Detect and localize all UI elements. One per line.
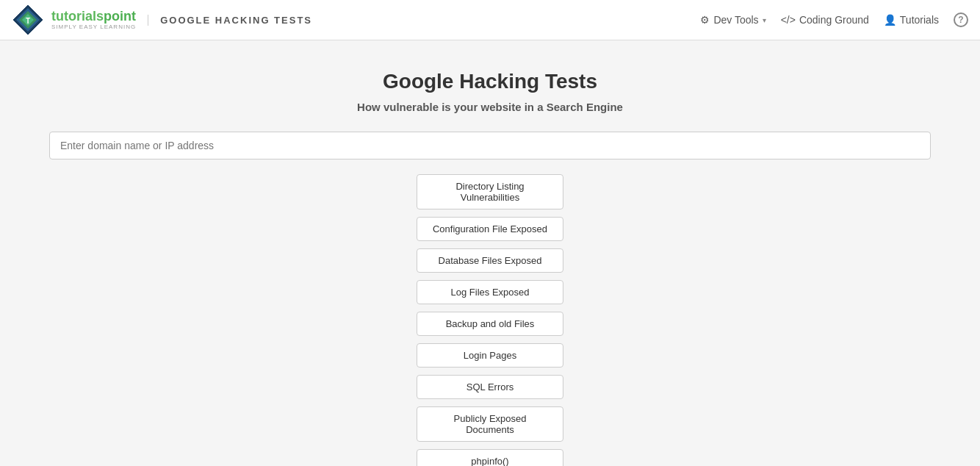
btn-public-docs[interactable]: Publicly Exposed Documents — [417, 406, 563, 442]
dev-tools-label: Dev Tools — [713, 14, 758, 26]
navbar-right: ⚙ Dev Tools ▾ </> Coding Ground 👤 Tutori… — [700, 12, 968, 27]
btn-login-pages[interactable]: Login Pages — [417, 343, 563, 368]
page-subheading: How vulnerable is your website in a Sear… — [357, 101, 623, 113]
btn-dir-listing[interactable]: Directory Listing Vulnerabilities — [417, 174, 563, 209]
btn-log-files[interactable]: Log Files Exposed — [417, 280, 563, 304]
tutorials-label: Tutorials — [900, 14, 939, 26]
brand-tagline: SIMPLY EASY LEARNING — [51, 24, 136, 31]
brand-name: tutorialspoint — [51, 10, 136, 24]
btn-phpinfo[interactable]: phpinfo() — [417, 449, 563, 466]
main-content: Google Hacking Tests How vulnerable is y… — [0, 40, 980, 466]
btn-db-files[interactable]: Database Files Exposed — [417, 248, 563, 273]
svg-text:T: T — [26, 17, 30, 25]
brand-logo[interactable]: T tutorialspoint SIMPLY EASY LEARNING — [12, 4, 136, 36]
gear-icon: ⚙ — [700, 14, 710, 26]
nav-tutorials[interactable]: 👤 Tutorials — [884, 14, 939, 26]
btn-backup-files[interactable]: Backup and old Files — [417, 312, 563, 336]
person-icon: 👤 — [884, 14, 896, 26]
page-title-nav: GOOGLE HACKING TESTS — [148, 15, 312, 26]
help-icon[interactable]: ? — [954, 12, 968, 27]
code-icon: </> — [781, 14, 796, 26]
buttons-list: Directory Listing Vulnerabilities Config… — [15, 174, 965, 466]
nav-dev-tools[interactable]: ⚙ Dev Tools ▾ — [700, 14, 765, 26]
logo-icon: T — [12, 4, 44, 36]
coding-ground-label: Coding Ground — [799, 14, 869, 26]
nav-coding-ground[interactable]: </> Coding Ground — [781, 14, 869, 26]
page-heading: Google Hacking Tests — [383, 70, 597, 93]
chevron-down-icon: ▾ — [763, 16, 766, 24]
btn-sql-errors[interactable]: SQL Errors — [417, 375, 563, 399]
navbar: T tutorialspoint SIMPLY EASY LEARNING GO… — [0, 0, 980, 40]
btn-config-file[interactable]: Configuration File Exposed — [417, 217, 563, 241]
domain-input[interactable] — [49, 132, 931, 159]
